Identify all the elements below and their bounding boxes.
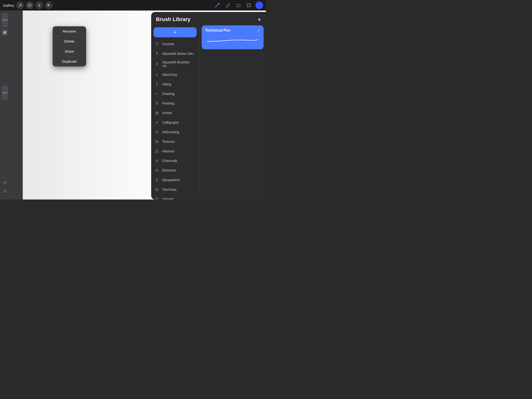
category-label-inking: Inking [162, 82, 171, 86]
duplicate-menu-item[interactable]: Duplicate [53, 57, 86, 66]
settings-button[interactable] [16, 1, 24, 9]
painting-icon [154, 101, 160, 106]
brush-stroke-preview [205, 34, 260, 46]
svg-point-19 [157, 114, 157, 114]
top-bar-right [213, 1, 263, 9]
top-bar: Gallery S [0, 0, 266, 11]
category-item-inking[interactable]: Inking [151, 79, 199, 89]
category-label-aquarelle-v6: Aquarelle Brushes V6... [162, 60, 196, 68]
category-item-abstract[interactable]: Abstract [151, 146, 199, 156]
svg-point-21 [158, 113, 158, 114]
category-item-spraypaints[interactable]: Spraypaints [151, 175, 199, 185]
category-item-airbrushing[interactable]: Airbrushing [151, 127, 199, 137]
category-label-elements: Elements [162, 168, 176, 172]
brush-panel-header: Brush Library + [151, 12, 266, 25]
category-item-elements[interactable]: Elements [151, 165, 199, 175]
category-label-spraypaints: Spraypaints [162, 178, 180, 182]
smudge-tool-button[interactable] [224, 1, 232, 9]
category-item-favorite[interactable]: Favorite [151, 39, 199, 49]
category-item-sketching[interactable]: Sketching [151, 70, 199, 79]
svg-rect-34 [156, 179, 157, 181]
favorite-icon [154, 41, 160, 47]
transform-button[interactable] [45, 1, 53, 9]
brush-panel: Brush Library + + Favorite [151, 12, 266, 200]
category-label-drawing: Drawing [162, 92, 174, 96]
svg-line-5 [215, 4, 219, 7]
arrow-icon [47, 3, 51, 7]
color-icon [3, 31, 6, 34]
new-set-button[interactable]: + [154, 27, 197, 37]
brush-panel-title: Brush Library [156, 16, 190, 22]
category-label-touchups: Touchups [162, 188, 177, 191]
layers-icon [245, 2, 252, 9]
category-item-touchups[interactable]: Touchups [151, 185, 199, 194]
category-label-favorite: Favorite [162, 42, 174, 46]
sketching-icon [154, 72, 160, 77]
top-bar-left: Gallery S [3, 1, 53, 9]
selection-button[interactable]: S [35, 1, 43, 9]
brush-panel-body: + Favorite Aquarelle Bonus Set... [151, 25, 266, 200]
eraser-icon [235, 2, 242, 9]
category-label-airbrushing: Airbrushing [162, 130, 179, 134]
svg-rect-8 [237, 4, 240, 7]
svg-point-18 [157, 112, 158, 113]
vintage-icon [154, 196, 160, 200]
brush-tool-button[interactable] [213, 1, 221, 9]
artistic-icon [154, 110, 160, 116]
calligraphy-icon [154, 120, 160, 125]
category-label-artistic: Artistic [162, 111, 172, 115]
category-label-sketching: Sketching [162, 73, 177, 76]
category-label-charcoals: Charcoals [162, 159, 177, 163]
layers-button[interactable] [245, 1, 253, 9]
new-set-icon: + [174, 29, 177, 35]
delete-menu-item[interactable]: Delete [53, 36, 86, 46]
eraser-tool-button[interactable] [234, 1, 242, 9]
spraypaints-icon [154, 177, 160, 183]
category-item-painting[interactable]: Painting [151, 99, 199, 108]
wrench-icon [18, 3, 22, 7]
category-item-aquarelle-v6[interactable]: Aquarelle Brushes V6... [151, 58, 199, 70]
category-item-calligraphy[interactable]: Calligraphy [151, 118, 199, 127]
category-item-drawing[interactable]: Drawing [151, 89, 199, 99]
color-picker-button[interactable] [1, 29, 8, 36]
svg-point-20 [156, 113, 156, 114]
share-menu-item[interactable]: Share [53, 46, 86, 57]
magic-button[interactable] [26, 1, 33, 9]
category-label-textures: Textures [162, 140, 175, 144]
gallery-button[interactable]: Gallery [3, 3, 14, 7]
category-label-painting: Painting [162, 101, 174, 105]
abstract-icon [154, 148, 160, 154]
category-label-calligraphy: Calligraphy [162, 120, 179, 124]
size-slider-thumb [2, 19, 7, 21]
svg-point-17 [156, 112, 157, 113]
category-label-aquarelle-bonus: Aquarelle Bonus Set... [162, 52, 196, 56]
touchups-icon [154, 187, 160, 192]
svg-rect-11 [247, 4, 250, 6]
aquarelle-bonus-icon [154, 51, 160, 57]
brush-panel-add-button[interactable]: + [258, 16, 261, 22]
redo-button[interactable]: ↻ [1, 188, 8, 195]
smudge-icon [224, 2, 231, 9]
brush-size-slider[interactable] [1, 13, 8, 27]
category-item-charcoals[interactable]: Charcoals [151, 156, 199, 165]
user-avatar-button[interactable] [255, 1, 263, 9]
category-label-abstract: Abstract [162, 149, 174, 153]
brush-categories-list: + Favorite Aquarelle Bonus Set... [151, 25, 199, 200]
svg-point-6 [218, 3, 220, 4]
brush-checkmark-icon: ✓ [257, 28, 260, 33]
elements-icon [154, 167, 160, 173]
opacity-slider-thumb [2, 92, 7, 94]
svg-point-36 [157, 178, 157, 179]
category-item-aquarelle-bonus[interactable]: Aquarelle Bonus Set... [151, 49, 199, 58]
drawing-icon [154, 91, 160, 97]
inking-icon [154, 81, 160, 87]
opacity-slider[interactable] [1, 86, 8, 100]
s-icon: S [38, 4, 40, 7]
category-item-artistic[interactable]: Artistic [151, 108, 199, 118]
rename-menu-item[interactable]: Rename [53, 26, 86, 36]
undo-button[interactable]: ↺ [1, 179, 8, 186]
selected-brush-name: Technical Pen [205, 28, 260, 32]
selected-brush-card[interactable]: Technical Pen ✓ [202, 25, 264, 49]
category-item-textures[interactable]: Textures [151, 137, 199, 146]
category-item-vintage[interactable]: Vintage [151, 194, 199, 200]
